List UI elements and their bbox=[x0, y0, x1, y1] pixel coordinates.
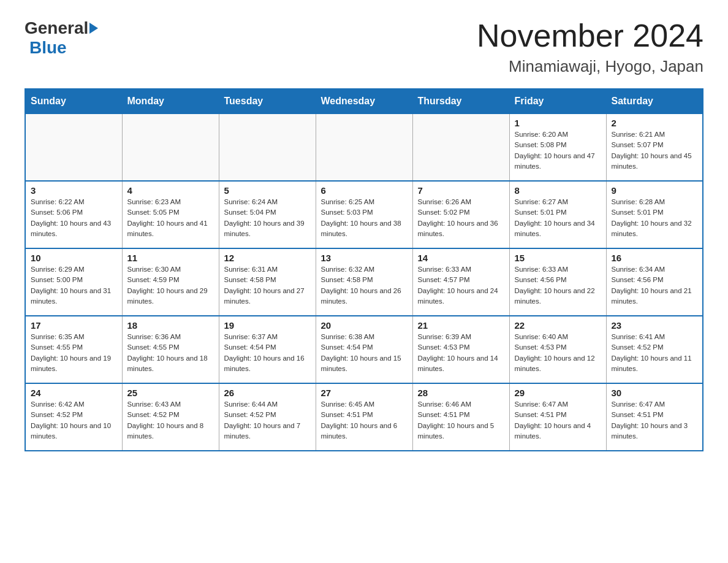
header-cell-monday: Monday bbox=[122, 89, 219, 113]
day-info: Sunrise: 6:30 AMSunset: 4:59 PMDaylight:… bbox=[127, 264, 214, 307]
day-cell: 9Sunrise: 6:28 AMSunset: 5:01 PMDaylight… bbox=[606, 181, 703, 248]
week-row-1: 3Sunrise: 6:22 AMSunset: 5:06 PMDaylight… bbox=[25, 181, 703, 248]
day-number: 14 bbox=[418, 253, 504, 263]
day-cell: 21Sunrise: 6:39 AMSunset: 4:53 PMDayligh… bbox=[412, 316, 509, 383]
day-number: 20 bbox=[321, 320, 408, 331]
day-info: Sunrise: 6:23 AMSunset: 5:05 PMDaylight:… bbox=[127, 197, 214, 239]
title-area: November 2024 Minamiawaji, Hyogo, Japan bbox=[477, 18, 703, 76]
day-number: 21 bbox=[418, 320, 504, 331]
day-number: 13 bbox=[321, 253, 408, 263]
day-info: Sunrise: 6:33 AMSunset: 4:57 PMDaylight:… bbox=[418, 264, 504, 307]
day-number: 1 bbox=[515, 118, 601, 128]
calendar-body: 1Sunrise: 6:20 AMSunset: 5:08 PMDaylight… bbox=[25, 113, 703, 451]
logo: General Blue bbox=[25, 18, 98, 58]
logo-triangle-icon bbox=[89, 23, 98, 34]
day-cell: 29Sunrise: 6:47 AMSunset: 4:51 PMDayligh… bbox=[509, 383, 606, 451]
day-number: 7 bbox=[418, 185, 504, 196]
day-number: 30 bbox=[612, 388, 698, 398]
day-cell: 14Sunrise: 6:33 AMSunset: 4:57 PMDayligh… bbox=[412, 248, 509, 316]
day-cell: 28Sunrise: 6:46 AMSunset: 4:51 PMDayligh… bbox=[412, 383, 509, 451]
header-row: SundayMondayTuesdayWednesdayThursdayFrid… bbox=[25, 89, 703, 113]
header-cell-saturday: Saturday bbox=[606, 89, 703, 113]
day-cell bbox=[316, 113, 412, 181]
day-number: 17 bbox=[31, 320, 117, 331]
day-number: 27 bbox=[321, 388, 408, 398]
day-cell: 16Sunrise: 6:34 AMSunset: 4:56 PMDayligh… bbox=[606, 248, 703, 316]
day-cell: 27Sunrise: 6:45 AMSunset: 4:51 PMDayligh… bbox=[316, 383, 412, 451]
day-number: 25 bbox=[127, 388, 214, 398]
day-cell: 18Sunrise: 6:36 AMSunset: 4:55 PMDayligh… bbox=[122, 316, 219, 383]
day-info: Sunrise: 6:40 AMSunset: 4:53 PMDaylight:… bbox=[515, 332, 601, 374]
day-info: Sunrise: 6:21 AMSunset: 5:07 PMDaylight:… bbox=[612, 129, 698, 172]
logo-blue-text: Blue bbox=[27, 38, 67, 58]
day-info: Sunrise: 6:47 AMSunset: 4:51 PMDaylight:… bbox=[515, 399, 601, 442]
day-cell: 22Sunrise: 6:40 AMSunset: 4:53 PMDayligh… bbox=[509, 316, 606, 383]
day-info: Sunrise: 6:43 AMSunset: 4:52 PMDaylight:… bbox=[127, 399, 214, 442]
day-info: Sunrise: 6:47 AMSunset: 4:51 PMDaylight:… bbox=[612, 399, 698, 442]
day-info: Sunrise: 6:27 AMSunset: 5:01 PMDaylight:… bbox=[515, 197, 601, 239]
header-cell-friday: Friday bbox=[509, 89, 606, 113]
day-info: Sunrise: 6:39 AMSunset: 4:53 PMDaylight:… bbox=[418, 332, 504, 374]
day-cell: 23Sunrise: 6:41 AMSunset: 4:52 PMDayligh… bbox=[606, 316, 703, 383]
day-number: 15 bbox=[515, 253, 601, 263]
day-info: Sunrise: 6:41 AMSunset: 4:52 PMDaylight:… bbox=[612, 332, 698, 374]
day-cell: 30Sunrise: 6:47 AMSunset: 4:51 PMDayligh… bbox=[606, 383, 703, 451]
day-number: 3 bbox=[31, 185, 117, 196]
day-cell: 10Sunrise: 6:29 AMSunset: 5:00 PMDayligh… bbox=[25, 248, 122, 316]
day-cell: 2Sunrise: 6:21 AMSunset: 5:07 PMDaylight… bbox=[606, 113, 703, 181]
day-cell bbox=[122, 113, 219, 181]
calendar-header: SundayMondayTuesdayWednesdayThursdayFrid… bbox=[25, 89, 703, 113]
day-cell: 7Sunrise: 6:26 AMSunset: 5:02 PMDaylight… bbox=[412, 181, 509, 248]
day-number: 23 bbox=[612, 320, 698, 331]
day-info: Sunrise: 6:36 AMSunset: 4:55 PMDaylight:… bbox=[127, 332, 214, 374]
day-info: Sunrise: 6:28 AMSunset: 5:01 PMDaylight:… bbox=[612, 197, 698, 239]
logo-text: General bbox=[25, 18, 98, 38]
logo-blue-label: Blue bbox=[29, 38, 67, 57]
day-cell bbox=[412, 113, 509, 181]
day-number: 22 bbox=[515, 320, 601, 331]
day-info: Sunrise: 6:26 AMSunset: 5:02 PMDaylight:… bbox=[418, 197, 504, 239]
day-number: 19 bbox=[224, 320, 311, 331]
month-title: November 2024 bbox=[477, 18, 703, 53]
day-cell bbox=[219, 113, 316, 181]
day-info: Sunrise: 6:31 AMSunset: 4:58 PMDaylight:… bbox=[224, 264, 311, 307]
week-row-0: 1Sunrise: 6:20 AMSunset: 5:08 PMDaylight… bbox=[25, 113, 703, 181]
day-cell: 4Sunrise: 6:23 AMSunset: 5:05 PMDaylight… bbox=[122, 181, 219, 248]
day-cell bbox=[25, 113, 122, 181]
day-number: 28 bbox=[418, 388, 504, 398]
day-cell: 6Sunrise: 6:25 AMSunset: 5:03 PMDaylight… bbox=[316, 181, 412, 248]
page-header: General Blue November 2024 Minamiawaji, … bbox=[25, 18, 703, 76]
day-number: 6 bbox=[321, 185, 408, 196]
day-cell: 24Sunrise: 6:42 AMSunset: 4:52 PMDayligh… bbox=[25, 383, 122, 451]
day-cell: 5Sunrise: 6:24 AMSunset: 5:04 PMDaylight… bbox=[219, 181, 316, 248]
week-row-3: 17Sunrise: 6:35 AMSunset: 4:55 PMDayligh… bbox=[25, 316, 703, 383]
day-number: 2 bbox=[612, 118, 698, 128]
day-info: Sunrise: 6:22 AMSunset: 5:06 PMDaylight:… bbox=[31, 197, 117, 239]
day-cell: 25Sunrise: 6:43 AMSunset: 4:52 PMDayligh… bbox=[122, 383, 219, 451]
day-info: Sunrise: 6:20 AMSunset: 5:08 PMDaylight:… bbox=[515, 129, 601, 172]
header-cell-tuesday: Tuesday bbox=[219, 89, 316, 113]
day-cell: 11Sunrise: 6:30 AMSunset: 4:59 PMDayligh… bbox=[122, 248, 219, 316]
day-number: 11 bbox=[127, 253, 214, 263]
day-info: Sunrise: 6:38 AMSunset: 4:54 PMDaylight:… bbox=[321, 332, 408, 374]
day-cell: 12Sunrise: 6:31 AMSunset: 4:58 PMDayligh… bbox=[219, 248, 316, 316]
day-cell: 1Sunrise: 6:20 AMSunset: 5:08 PMDaylight… bbox=[509, 113, 606, 181]
day-cell: 17Sunrise: 6:35 AMSunset: 4:55 PMDayligh… bbox=[25, 316, 122, 383]
day-number: 12 bbox=[224, 253, 311, 263]
day-info: Sunrise: 6:42 AMSunset: 4:52 PMDaylight:… bbox=[31, 399, 117, 442]
day-cell: 19Sunrise: 6:37 AMSunset: 4:54 PMDayligh… bbox=[219, 316, 316, 383]
day-cell: 15Sunrise: 6:33 AMSunset: 4:56 PMDayligh… bbox=[509, 248, 606, 316]
day-number: 8 bbox=[515, 185, 601, 196]
day-info: Sunrise: 6:33 AMSunset: 4:56 PMDaylight:… bbox=[515, 264, 601, 307]
calendar-table: SundayMondayTuesdayWednesdayThursdayFrid… bbox=[25, 88, 703, 451]
day-cell: 26Sunrise: 6:44 AMSunset: 4:52 PMDayligh… bbox=[219, 383, 316, 451]
week-row-4: 24Sunrise: 6:42 AMSunset: 4:52 PMDayligh… bbox=[25, 383, 703, 451]
day-number: 9 bbox=[612, 185, 698, 196]
day-number: 24 bbox=[31, 388, 117, 398]
day-info: Sunrise: 6:35 AMSunset: 4:55 PMDaylight:… bbox=[31, 332, 117, 374]
day-number: 26 bbox=[224, 388, 311, 398]
day-number: 18 bbox=[127, 320, 214, 331]
header-cell-sunday: Sunday bbox=[25, 89, 122, 113]
header-cell-wednesday: Wednesday bbox=[316, 89, 412, 113]
day-cell: 20Sunrise: 6:38 AMSunset: 4:54 PMDayligh… bbox=[316, 316, 412, 383]
